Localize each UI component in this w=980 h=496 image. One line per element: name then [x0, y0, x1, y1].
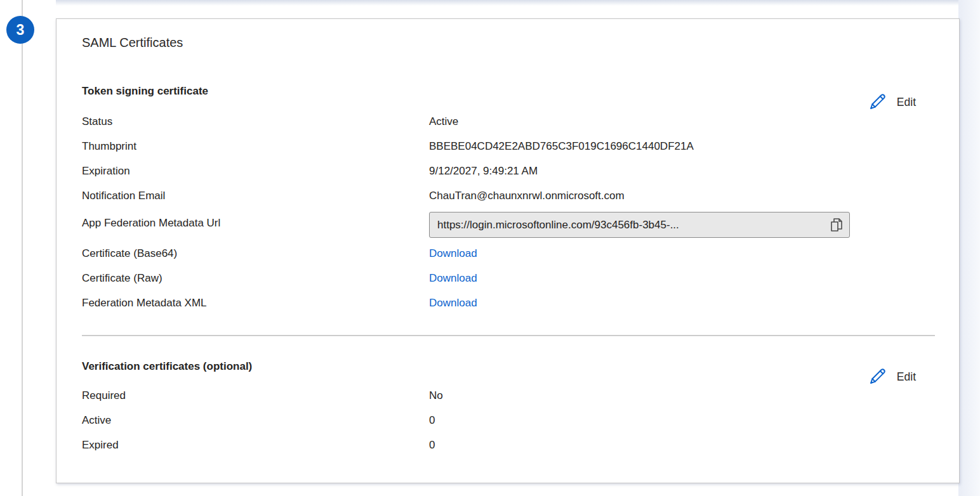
saml-certificates-card: SAML Certificates Token signing certific…: [56, 18, 960, 483]
pencil-icon: [868, 93, 887, 112]
app-federation-metadata-url-label: App Federation Metadata Url: [82, 216, 429, 231]
row-thumbprint: Thumbprint BBEBE04CD42E2ABD765C3F019C169…: [82, 139, 694, 154]
edit-verification-certificates-button[interactable]: Edit: [868, 367, 916, 386]
row-expired-count: Expired 0: [82, 438, 435, 453]
app-federation-metadata-url-field[interactable]: https://login.microsoftonline.com/93c456…: [429, 212, 850, 238]
step-number: 3: [17, 22, 25, 39]
pencil-icon: [868, 367, 887, 386]
row-certificate-raw: Certificate (Raw) Download: [82, 271, 477, 286]
required-value: No: [429, 388, 443, 403]
row-certificate-base64: Certificate (Base64) Download: [82, 246, 477, 261]
app-federation-metadata-url-value: https://login.microsoftonline.com/93c456…: [437, 219, 824, 232]
expiration-label: Expiration: [82, 164, 429, 179]
edit-button-label: Edit: [897, 370, 916, 384]
previous-section-bottom-edge: [56, 0, 980, 6]
row-expiration: Expiration 9/12/2027, 9:49:21 AM: [82, 164, 538, 179]
download-certificate-base64-link[interactable]: Download: [429, 246, 477, 261]
required-label: Required: [82, 388, 429, 403]
thumbprint-value: BBEBE04CD42E2ABD765C3F019C1696C1440DF21A: [429, 139, 694, 154]
page-right-gutter: [958, 0, 980, 496]
expired-count-label: Expired: [82, 438, 429, 453]
notification-email-label: Notification Email: [82, 188, 429, 204]
verification-certificates-heading: Verification certificates (optional): [82, 360, 252, 373]
row-notification-email: Notification Email ChauTran@chaunxnrwl.o…: [82, 188, 625, 204]
federation-metadata-xml-label: Federation Metadata XML: [82, 296, 429, 311]
status-label: Status: [82, 114, 429, 129]
token-signing-certificate-heading: Token signing certificate: [82, 85, 208, 98]
row-federation-metadata-xml: Federation Metadata XML Download: [82, 296, 477, 311]
step-number-badge: 3: [6, 16, 34, 44]
copy-icon: [830, 218, 843, 233]
certificate-base64-label: Certificate (Base64): [82, 246, 429, 261]
expiration-value: 9/12/2027, 9:49:21 AM: [429, 164, 538, 179]
row-app-federation-metadata-url: App Federation Metadata Url: [82, 216, 429, 231]
row-required: Required No: [82, 388, 443, 403]
expired-count-value: 0: [429, 438, 435, 453]
copy-url-button[interactable]: [830, 218, 843, 233]
download-certificate-raw-link[interactable]: Download: [429, 271, 477, 286]
step-connector-line: [22, 0, 23, 496]
row-status: Status Active: [82, 114, 458, 129]
section-divider: [82, 335, 935, 336]
notification-email-value: ChauTran@chaunxnrwl.onmicrosoft.com: [429, 188, 625, 204]
thumbprint-label: Thumbprint: [82, 139, 429, 154]
status-value: Active: [429, 114, 458, 129]
active-count-value: 0: [429, 413, 435, 428]
card-title: SAML Certificates: [82, 36, 183, 50]
row-active-count: Active 0: [82, 413, 435, 428]
active-count-label: Active: [82, 413, 429, 428]
edit-button-label: Edit: [897, 96, 916, 109]
download-federation-metadata-xml-link[interactable]: Download: [429, 296, 477, 311]
certificate-raw-label: Certificate (Raw): [82, 271, 429, 286]
edit-token-signing-button[interactable]: Edit: [868, 93, 916, 112]
